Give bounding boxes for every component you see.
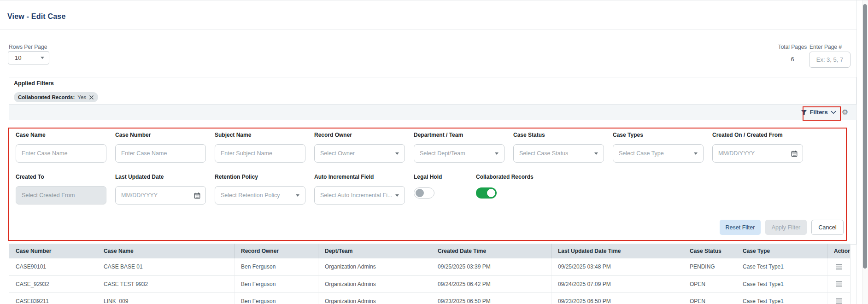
field-label: Last Updated Date [115, 174, 206, 180]
field-label: Department / Team [414, 132, 504, 138]
row-action-menu-icon[interactable] [833, 279, 845, 289]
case-name-input-box [16, 144, 106, 163]
row-action-menu-icon[interactable] [833, 262, 845, 272]
cell-case-status: PENDING [683, 258, 736, 275]
field-label: Created On / Created From [712, 132, 803, 138]
col-action: Action [827, 244, 850, 258]
field-label: Auto Incremental Field [314, 174, 405, 180]
cell-created-date: 09/24/2025 06:42 PM [431, 275, 551, 292]
caret-down-icon [41, 57, 44, 59]
calendar-icon[interactable] [194, 192, 200, 201]
collaborated-records-toggle[interactable] [476, 187, 497, 199]
cell-case-name: CASE TEST 9932 [97, 275, 235, 292]
filter-field-case-number: Case Number [115, 132, 206, 163]
cell-case-type: Case Test Type1 [736, 275, 827, 292]
table-row: CASE90101 CASE BASE 01 Ben Ferguson Orga… [9, 258, 850, 275]
last-updated-date-box [115, 186, 206, 205]
legal-hold-toggle[interactable] [414, 187, 434, 199]
caret-down-icon [495, 152, 499, 155]
cell-updated-date: 09/24/2025 07:09 PM [551, 275, 683, 292]
cell-case-number: CASE_92932 [9, 275, 97, 292]
vertical-scrollbar-thumb[interactable] [863, 4, 867, 269]
caret-down-icon [296, 194, 299, 197]
rows-per-page-label: Rows Per Page [9, 44, 47, 50]
filter-field-case-status: Case Status Select Case Status [513, 132, 604, 163]
filters-button[interactable]: Filters [800, 107, 837, 117]
last-updated-date-input[interactable] [121, 192, 200, 199]
enter-page-label: Enter Page # [809, 44, 842, 50]
rows-per-page-select[interactable]: 10 [8, 51, 49, 64]
created-on-date-box [712, 144, 803, 163]
field-label: Legal Hold [414, 174, 469, 180]
filter-field-record-owner: Record Owner Select Owner [314, 132, 405, 163]
col-record-owner: Record Owner [235, 244, 318, 258]
retention-policy-select[interactable]: Select Retention Policy [215, 186, 305, 205]
cell-case-type: Case Test Type1 [736, 258, 827, 275]
title-divider [0, 29, 856, 29]
filter-field-retention-policy: Retention Policy Select Retention Policy [215, 174, 305, 205]
calendar-icon[interactable] [791, 150, 798, 159]
filter-field-last-updated-date: Last Updated Date [115, 174, 206, 205]
chevron-down-icon [831, 111, 836, 114]
view-edit-case-page: View - Edit Case Rows Per Page 10 Total … [0, 0, 868, 304]
caret-down-icon [694, 152, 698, 155]
rows-per-page-value: 10 [15, 54, 41, 61]
case-types-select[interactable]: Select Case Type [613, 144, 704, 163]
total-pages-value: 6 [776, 56, 809, 63]
table-row: CASE839211 LINK_009 Ben Ferguson Organiz… [9, 292, 850, 304]
total-pages-label: Total Pages [776, 44, 809, 50]
select-placeholder: Select Owner [320, 150, 355, 157]
department-team-select[interactable]: Select Dept/Team [414, 144, 504, 163]
col-case-status: Case Status [683, 244, 736, 258]
cancel-button[interactable]: Cancel [811, 220, 844, 235]
select-placeholder: Select Retention Policy [221, 192, 280, 199]
col-case-name: Case Name [97, 244, 235, 258]
auto-incremental-select[interactable]: Select Auto Incremental Fi... [314, 186, 405, 205]
cell-dept-team: Organization Admins [318, 292, 431, 304]
case-number-input[interactable] [121, 150, 200, 157]
cell-case-type: Case Test Type1 [736, 292, 827, 304]
caret-down-icon [594, 152, 598, 155]
field-label: Case Number [115, 132, 206, 138]
col-dept-team: Dept/Team [318, 244, 431, 258]
field-label: Case Types [613, 132, 704, 138]
filter-field-created-to: Created To Select Created From [16, 174, 106, 205]
close-icon[interactable] [89, 95, 94, 100]
case-status-select[interactable]: Select Case Status [513, 144, 604, 163]
caret-down-icon [395, 152, 399, 155]
subject-name-input[interactable] [221, 150, 299, 157]
cell-record-owner: Ben Ferguson [235, 292, 318, 304]
field-label: Case Status [513, 132, 604, 138]
filters-button-label: Filters [810, 109, 828, 116]
filter-field-collaborated-records: Collaborated Records [476, 174, 550, 199]
col-case-number: Case Number [9, 244, 97, 258]
cell-dept-team: Organization Admins [318, 258, 431, 275]
filter-chip-collaborated-records: Collaborated Records: Yes [14, 92, 98, 102]
select-placeholder: Select Case Type [619, 150, 664, 157]
chip-label: Collaborated Records: [18, 94, 75, 100]
case-name-input[interactable] [22, 150, 100, 157]
filter-field-department-team: Department / Team Select Dept/Team [414, 132, 504, 163]
filter-field-case-name: Case Name [16, 132, 106, 163]
field-label: Record Owner [314, 132, 405, 138]
reset-filter-button[interactable]: Reset Filter [720, 220, 761, 235]
cell-case-number: CASE90101 [9, 258, 97, 275]
filter-field-created-on: Created On / Created From [712, 132, 803, 163]
cell-case-number: CASE839211 [9, 292, 97, 304]
cell-created-date: 09/23/2025 06:50 PM [431, 292, 551, 304]
enter-page-input[interactable] [809, 52, 850, 68]
filters-toolbar: Filters ⚙ [9, 104, 856, 120]
cell-updated-date: 09/23/2025 06:50 PM [551, 292, 683, 304]
cell-case-status: OPEN [683, 292, 736, 304]
field-label: Retention Policy [215, 174, 305, 180]
apply-filter-button[interactable]: Apply Filter [765, 220, 807, 235]
row-action-menu-icon[interactable] [833, 296, 845, 304]
created-on-date-input[interactable] [718, 150, 797, 157]
page-title: View - Edit Case [7, 12, 66, 21]
filter-field-subject-name: Subject Name [215, 132, 305, 163]
col-case-type: Case Type [736, 244, 827, 258]
cases-table: Case Number Case Name Record Owner Dept/… [9, 244, 850, 304]
record-owner-select[interactable]: Select Owner [314, 144, 405, 163]
field-label: Case Name [16, 132, 106, 138]
gear-icon[interactable]: ⚙ [842, 109, 848, 116]
